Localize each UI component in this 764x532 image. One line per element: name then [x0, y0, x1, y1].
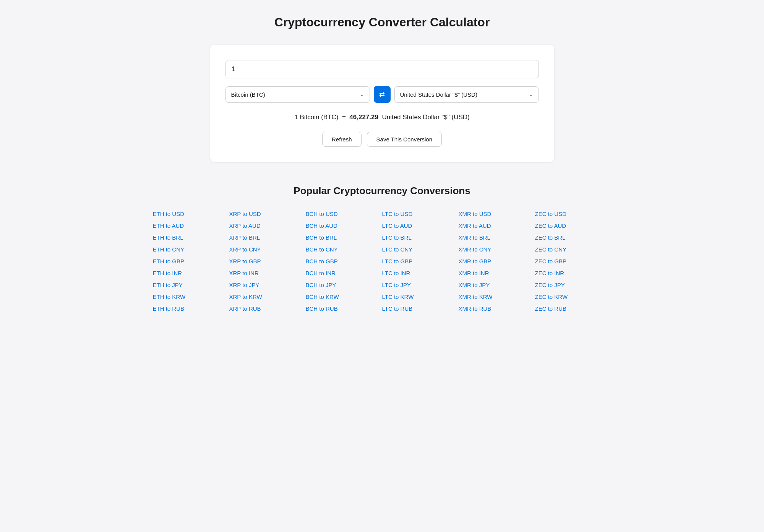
conversion-link[interactable]: LTC to AUD	[382, 221, 459, 230]
conversion-link[interactable]: ZEC to KRW	[535, 292, 612, 302]
conversion-link[interactable]: ETH to KRW	[153, 292, 229, 302]
to-currency-label: United States Dollar "$" (USD)	[400, 91, 477, 98]
popular-title: Popular Cryptocurrency Conversions	[153, 185, 612, 197]
result-equals: =	[342, 114, 346, 121]
conversion-link[interactable]: ETH to AUD	[153, 221, 229, 230]
conversion-link[interactable]: ZEC to USD	[535, 209, 612, 219]
action-buttons: Refresh Save This Conversion	[225, 132, 539, 147]
conversion-link[interactable]: XRP to GBP	[229, 256, 306, 266]
conversion-link[interactable]: ETH to INR	[153, 268, 229, 278]
conversion-link[interactable]: XMR to GBP	[459, 256, 535, 266]
conversion-link[interactable]: ETH to BRL	[153, 233, 229, 242]
conversion-link[interactable]: XMR to JPY	[459, 280, 535, 290]
conversion-link[interactable]: XRP to USD	[229, 209, 306, 219]
conversion-col-zec: ZEC to USDZEC to AUDZEC to BRLZEC to CNY…	[535, 209, 612, 313]
from-currency-chevron-icon: ⌄	[360, 92, 364, 97]
conversion-col-xmr: XMR to USDXMR to AUDXMR to BRLXMR to CNY…	[459, 209, 535, 313]
conversion-link[interactable]: LTC to USD	[382, 209, 459, 219]
conversion-link[interactable]: XRP to INR	[229, 268, 306, 278]
to-currency-chevron-icon: ⌄	[529, 92, 533, 97]
conversion-col-xrp: XRP to USDXRP to AUDXRP to BRLXRP to CNY…	[229, 209, 306, 313]
conversion-link[interactable]: XRP to JPY	[229, 280, 306, 290]
conversion-link[interactable]: BCH to KRW	[306, 292, 382, 302]
conversion-link[interactable]: ETH to USD	[153, 209, 229, 219]
conversion-link[interactable]: BCH to USD	[306, 209, 382, 219]
conversion-link[interactable]: XMR to AUD	[459, 221, 535, 230]
page-title: Cryptocurrency Converter Calculator	[8, 15, 756, 29]
conversion-link[interactable]: ZEC to AUD	[535, 221, 612, 230]
to-currency-select[interactable]: United States Dollar "$" (USD) ⌄	[394, 86, 539, 103]
refresh-button[interactable]: Refresh	[322, 132, 362, 147]
result-value: 46,227.29	[349, 114, 378, 121]
conversion-link[interactable]: ZEC to CNY	[535, 245, 612, 254]
swap-button[interactable]: ⇄	[374, 86, 391, 103]
conversion-link[interactable]: BCH to AUD	[306, 221, 382, 230]
conversion-link[interactable]: XRP to RUB	[229, 304, 306, 313]
conversion-link[interactable]: ZEC to RUB	[535, 304, 612, 313]
conversion-link[interactable]: LTC to JPY	[382, 280, 459, 290]
conversion-link[interactable]: XMR to USD	[459, 209, 535, 219]
amount-input[interactable]	[225, 60, 539, 78]
conversion-link[interactable]: XMR to CNY	[459, 245, 535, 254]
conversion-link[interactable]: LTC to INR	[382, 268, 459, 278]
conversion-link[interactable]: XMR to INR	[459, 268, 535, 278]
conversion-link[interactable]: ETH to GBP	[153, 256, 229, 266]
conversion-link[interactable]: BCH to INR	[306, 268, 382, 278]
conversion-link[interactable]: ZEC to GBP	[535, 256, 612, 266]
save-conversion-button[interactable]: Save This Conversion	[367, 132, 442, 147]
conversion-link[interactable]: ETH to RUB	[153, 304, 229, 313]
currency-row: Bitcoin (BTC) ⌄ ⇄ United States Dollar "…	[225, 86, 539, 103]
conversion-link[interactable]: ETH to JPY	[153, 280, 229, 290]
conversion-link[interactable]: BCH to GBP	[306, 256, 382, 266]
conversion-link[interactable]: XMR to KRW	[459, 292, 535, 302]
conversion-link[interactable]: ZEC to INR	[535, 268, 612, 278]
result-from-text: 1 Bitcoin (BTC)	[294, 114, 338, 121]
conversion-col-bch: BCH to USDBCH to AUDBCH to BRLBCH to CNY…	[306, 209, 382, 313]
conversion-link[interactable]: ZEC to BRL	[535, 233, 612, 242]
from-currency-select[interactable]: Bitcoin (BTC) ⌄	[225, 86, 370, 103]
conversion-link[interactable]: ETH to CNY	[153, 245, 229, 254]
conversion-link[interactable]: BCH to RUB	[306, 304, 382, 313]
result-row: 1 Bitcoin (BTC) = 46,227.29 United State…	[225, 114, 539, 121]
conversion-link[interactable]: BCH to CNY	[306, 245, 382, 254]
conversion-link[interactable]: XMR to BRL	[459, 233, 535, 242]
conversions-grid: ETH to USDETH to AUDETH to BRLETH to CNY…	[153, 209, 612, 313]
conversion-link[interactable]: LTC to RUB	[382, 304, 459, 313]
conversion-link[interactable]: XMR to RUB	[459, 304, 535, 313]
conversion-link[interactable]: LTC to KRW	[382, 292, 459, 302]
conversion-link[interactable]: XRP to AUD	[229, 221, 306, 230]
converter-card: Bitcoin (BTC) ⌄ ⇄ United States Dollar "…	[210, 45, 554, 162]
conversion-link[interactable]: BCH to JPY	[306, 280, 382, 290]
result-to-currency: United States Dollar "$" (USD)	[382, 114, 469, 121]
conversion-link[interactable]: XRP to KRW	[229, 292, 306, 302]
conversion-col-eth: ETH to USDETH to AUDETH to BRLETH to CNY…	[153, 209, 229, 313]
swap-icon: ⇄	[379, 90, 385, 99]
conversion-link[interactable]: XRP to BRL	[229, 233, 306, 242]
conversion-link[interactable]: LTC to GBP	[382, 256, 459, 266]
conversion-link[interactable]: ZEC to JPY	[535, 280, 612, 290]
conversion-link[interactable]: LTC to BRL	[382, 233, 459, 242]
popular-section: Popular Cryptocurrency Conversions ETH t…	[153, 185, 612, 313]
from-currency-label: Bitcoin (BTC)	[231, 91, 265, 98]
conversion-link[interactable]: XRP to CNY	[229, 245, 306, 254]
conversion-col-ltc: LTC to USDLTC to AUDLTC to BRLLTC to CNY…	[382, 209, 459, 313]
conversion-link[interactable]: BCH to BRL	[306, 233, 382, 242]
conversion-link[interactable]: LTC to CNY	[382, 245, 459, 254]
